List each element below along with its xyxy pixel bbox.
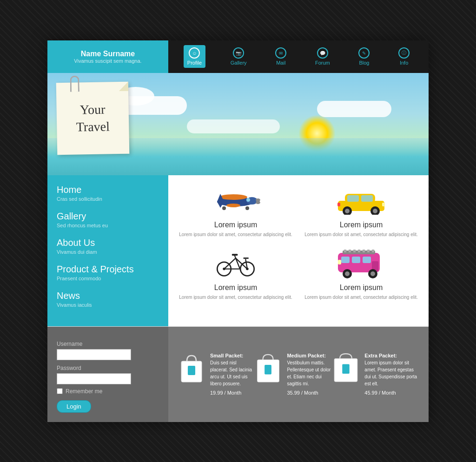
svg-point-7 [245, 206, 249, 210]
pricing-item-small: Small Packet: Duis sed nisl placerat. Se… [178, 352, 254, 397]
svg-rect-56 [343, 364, 350, 374]
svg-rect-19 [382, 203, 385, 206]
remember-label: Remember me [66, 388, 102, 395]
website-wrapper: Name Surname Vivamus suscipit sem magna.… [47, 40, 429, 422]
nav-profile[interactable]: ☺ Profile [184, 45, 205, 68]
content-item-plane: Lorem ipsum Lorem ipsum dolor sit amet, … [178, 185, 294, 238]
svg-rect-20 [337, 203, 340, 206]
nav-info[interactable]: ⓘ Info [395, 45, 413, 68]
plane-icon [208, 185, 264, 217]
mail-icon: ✉ [275, 47, 286, 59]
bottom-section: Username Password Remember me Login Smal… [47, 326, 429, 422]
sidebar-item-about[interactable]: About Us Vivamus dui diam [57, 238, 159, 255]
svg-rect-38 [358, 250, 360, 252]
svg-rect-30 [232, 254, 238, 256]
svg-point-49 [370, 271, 375, 276]
sidebar-item-home[interactable]: Home Cras sed sollicitudin [57, 185, 159, 202]
bag-medium-icon [254, 352, 282, 384]
svg-rect-41 [372, 250, 374, 252]
blog-icon: ✎ [358, 47, 370, 59]
svg-rect-54 [265, 365, 272, 374]
svg-rect-43 [352, 257, 360, 263]
svg-point-5 [246, 198, 250, 202]
pricing-text-extra: Extra Packet: Lorem ipsum dolor sit amet… [364, 352, 419, 397]
login-panel: Username Password Remember me Login [47, 327, 168, 422]
pricing-item-extra: Extra Packet: Lorem ipsum dolor sit amet… [332, 352, 419, 397]
bike-icon [208, 247, 264, 280]
nav-forum[interactable]: 💬 Forum [311, 45, 334, 68]
pricing-item-medium: Medium Packet: Vestibulum mattis. Pellen… [254, 352, 332, 397]
cloud-2 [317, 101, 391, 117]
car-icon [333, 185, 389, 217]
sidebar: Home Cras sed sollicitudin Gallery Sed r… [47, 175, 168, 326]
svg-point-8 [222, 206, 226, 210]
content-item-bike: Lorem ipsum Lorem ipsum dolor sit amet, … [178, 247, 294, 301]
svg-rect-36 [349, 250, 351, 252]
nav-mail[interactable]: ✉ Mail [271, 45, 290, 68]
username-input[interactable] [57, 349, 131, 360]
svg-rect-14 [361, 195, 373, 202]
username-label: Username [57, 341, 159, 347]
svg-line-25 [224, 258, 236, 269]
sidebar-item-news[interactable]: News Vivamus iaculis [57, 290, 159, 308]
remember-checkbox[interactable] [57, 388, 63, 394]
content-item-bus: Lorem ipsum Lorem ipsum dolor sit amet, … [303, 247, 419, 301]
forum-icon: 💬 [317, 47, 328, 59]
pricing-text-small: Small Packet: Duis sed nisl placerat. Se… [210, 352, 254, 397]
header-brand: Name Surname Vivamus suscipit sem magna. [47, 40, 168, 73]
password-label: Password [57, 365, 159, 371]
nav-blog[interactable]: ✎ Blog [355, 45, 373, 68]
svg-rect-13 [347, 195, 359, 202]
svg-rect-39 [363, 250, 365, 252]
password-input[interactable] [57, 373, 131, 384]
svg-point-47 [345, 271, 350, 276]
gallery-icon: 📷 [233, 47, 244, 59]
content-grid: Lorem ipsum Lorem ipsum dolor sit amet, … [168, 175, 429, 326]
svg-rect-52 [188, 366, 195, 375]
main-content: Home Cras sed sollicitudin Gallery Sed r… [47, 175, 429, 326]
pricing-panel: Small Packet: Duis sed nisl placerat. Se… [168, 327, 429, 422]
header: Name Surname Vivamus suscipit sem magna.… [47, 40, 429, 73]
svg-point-2 [219, 194, 247, 200]
sidebar-item-products[interactable]: Product & Projects Praesent commodo [57, 264, 159, 281]
content-item-car: Lorem ipsum Lorem ipsum dolor sit amet, … [303, 185, 419, 238]
hero-banner: Your Travel [47, 73, 429, 175]
svg-point-6 [226, 204, 240, 207]
bus-icon [333, 247, 389, 280]
svg-point-18 [373, 209, 377, 213]
remember-row: Remember me [57, 388, 159, 395]
svg-rect-40 [367, 250, 370, 252]
nav-gallery[interactable]: 📷 Gallery [227, 45, 251, 68]
profile-icon: ☺ [189, 47, 200, 59]
bag-extra-icon [332, 352, 360, 384]
info-icon: ⓘ [398, 47, 410, 59]
brand-name: Name Surname [81, 50, 135, 58]
header-nav: ☺ Profile 📷 Gallery ✉ Mail 💬 Forum ✎ Blo… [168, 40, 429, 73]
svg-rect-50 [338, 260, 341, 264]
svg-point-16 [345, 209, 350, 213]
sticky-note-text: Your Travel [76, 101, 110, 135]
brand-subtitle: Vivamus suscipit sem magna. [74, 58, 141, 64]
svg-rect-42 [341, 257, 350, 263]
cloud-3 [187, 119, 280, 133]
svg-rect-37 [353, 250, 356, 252]
sticky-note: Your Travel [56, 81, 130, 155]
bag-small-icon [178, 352, 205, 384]
sidebar-item-gallery[interactable]: Gallery Sed rhoncus metus eu [57, 211, 159, 228]
svg-rect-35 [344, 250, 346, 252]
login-button[interactable]: Login [57, 400, 91, 413]
svg-rect-44 [363, 257, 371, 263]
paperclip-icon [70, 75, 79, 92]
pricing-text-medium: Medium Packet: Vestibulum mattis. Pellen… [287, 352, 332, 397]
